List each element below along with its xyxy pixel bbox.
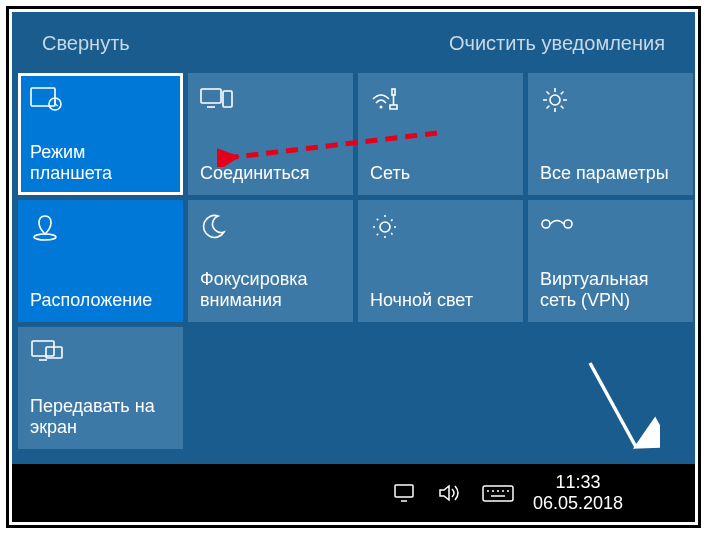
clock-date: 06.05.2018 — [533, 493, 623, 514]
action-center-tray-icon[interactable] — [641, 470, 687, 516]
tile-label: Все параметры — [540, 163, 681, 185]
clock-time: 11:33 — [533, 472, 623, 493]
tile-label: Ночной свет — [370, 290, 511, 312]
svg-point-8 — [550, 95, 560, 105]
svg-rect-18 — [395, 485, 413, 497]
tile-night-light[interactable]: Ночной свет — [358, 200, 523, 322]
project-screen-icon — [30, 339, 171, 369]
quick-action-tiles: Режим планшета Соединиться Сеть Все пара… — [12, 73, 695, 449]
tile-label: Расположение — [30, 290, 171, 312]
svg-rect-20 — [483, 486, 513, 501]
svg-rect-13 — [32, 341, 54, 356]
moon-icon — [200, 212, 341, 242]
tile-tablet-mode[interactable]: Режим планшета — [18, 73, 183, 195]
tablet-mode-icon — [30, 85, 171, 115]
svg-point-12 — [564, 220, 572, 228]
tile-location[interactable]: Расположение — [18, 200, 183, 322]
tile-project[interactable]: Передавать на экран — [18, 327, 183, 449]
connect-icon — [200, 85, 341, 115]
network-tray-icon[interactable] — [393, 482, 419, 504]
tile-vpn[interactable]: Виртуальная сеть (VPN) — [528, 200, 693, 322]
volume-tray-icon[interactable] — [437, 482, 463, 504]
collapse-link[interactable]: Свернуть — [42, 32, 130, 55]
taskbar-clock[interactable]: 11:33 06.05.2018 — [533, 472, 623, 513]
svg-rect-4 — [223, 91, 232, 107]
tile-connect[interactable]: Соединиться — [188, 73, 353, 195]
action-center-panel: Свернуть Очистить уведомления Режим план… — [12, 12, 695, 467]
vpn-icon — [540, 212, 681, 242]
sun-icon — [370, 212, 511, 242]
tile-all-settings[interactable]: Все параметры — [528, 73, 693, 195]
svg-point-10 — [380, 222, 390, 232]
keyboard-tray-icon[interactable] — [481, 482, 515, 504]
svg-point-5 — [380, 106, 383, 109]
tile-label: Сеть — [370, 163, 511, 185]
svg-rect-6 — [392, 89, 395, 95]
svg-rect-2 — [201, 89, 221, 103]
svg-point-11 — [542, 220, 550, 228]
settings-gear-icon — [540, 85, 681, 115]
clear-notifications-link[interactable]: Очистить уведомления — [449, 32, 665, 55]
taskbar: 11:33 06.05.2018 — [12, 464, 695, 522]
tile-label: Соединиться — [200, 163, 341, 185]
svg-rect-0 — [31, 88, 55, 106]
network-icon — [370, 85, 511, 115]
tile-label: Режим планшета — [30, 142, 171, 185]
tile-network[interactable]: Сеть — [358, 73, 523, 195]
tile-label: Фокусировка внимания — [200, 269, 341, 312]
location-icon — [30, 212, 171, 242]
tile-focus-assist[interactable]: Фокусировка внимания — [188, 200, 353, 322]
tile-label: Виртуальная сеть (VPN) — [540, 269, 681, 312]
tile-label: Передавать на экран — [30, 396, 171, 439]
